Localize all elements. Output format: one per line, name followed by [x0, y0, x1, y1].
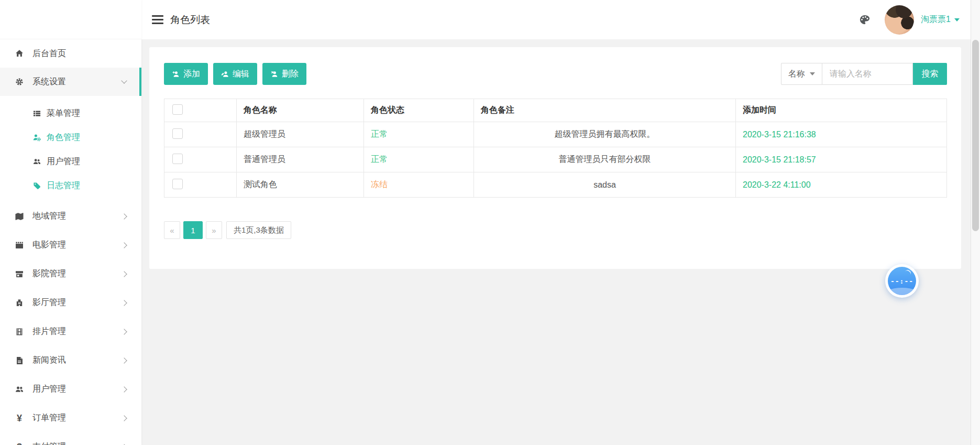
sidebar-item-label: 排片管理 — [32, 326, 66, 337]
user-pen-icon — [221, 70, 229, 78]
toolbar: 添加 编辑 删除 名称 搜索 — [164, 63, 947, 85]
search-button[interactable]: 搜索 — [913, 63, 947, 85]
user-avatar[interactable] — [885, 5, 914, 35]
sidebar-item-order-mgmt[interactable]: ¥ 订单管理 — [0, 404, 141, 432]
role-name-cell: 普通管理员 — [237, 147, 364, 172]
app-root: 后台首页 系统设置 菜单管理 角色管理 — [0, 0, 980, 445]
table-row: 超级管理员 正常 超级管理员拥有最高权限。 2020-3-15 21:16:38 — [164, 122, 947, 147]
sidebar-item-cinema-mgmt[interactable]: 影院管理 — [0, 259, 141, 288]
chevron-right-icon — [121, 386, 127, 392]
table-row: 普通管理员 正常 普通管理员只有部分权限 2020-3-15 21:18:57 — [164, 147, 947, 172]
sidebar-item-label: 用户管理 — [47, 156, 80, 167]
edit-button-label: 编辑 — [233, 69, 249, 80]
role-list-card: 添加 编辑 删除 名称 搜索 — [149, 47, 961, 269]
page-1-button[interactable]: 1 — [183, 221, 203, 239]
sidebar-item-hall-mgmt[interactable]: 影厅管理 — [0, 288, 141, 317]
caret-down-icon — [810, 72, 815, 75]
role-table: 角色名称 角色状态 角色备注 添加时间 超级管理员 正常 超级管理员拥有最高权限… — [164, 99, 947, 198]
page-scrollbar — [971, 0, 980, 445]
role-remark-cell: 普通管理员只有部分权限 — [474, 147, 736, 172]
dollar-icon: $ — [15, 442, 24, 445]
next-page-button[interactable]: » — [206, 221, 222, 239]
theme-palette-icon[interactable] — [858, 14, 871, 26]
sidebar-item-label: 菜单管理 — [47, 108, 80, 119]
sidebar-item-user-mgmt-sub[interactable]: 用户管理 — [0, 149, 141, 173]
add-button[interactable]: 添加 — [164, 63, 208, 85]
column-header-time: 添加时间 — [736, 99, 947, 122]
role-remark-cell: sadsa — [474, 172, 736, 198]
sidebar-item-label: 地域管理 — [32, 211, 66, 222]
row-checkbox[interactable] — [172, 128, 183, 139]
column-header-remark: 角色备注 — [474, 99, 736, 122]
list-icon — [32, 109, 41, 117]
menu-toggle-icon[interactable] — [152, 15, 163, 24]
building-icon — [15, 298, 24, 308]
role-time-cell: 2020-3-22 4:11:00 — [736, 172, 947, 198]
clapperboard-icon — [15, 241, 24, 250]
tag-icon — [32, 181, 41, 190]
username-label: 淘票票1 — [921, 14, 951, 25]
sidebar-item-label: 用户管理 — [32, 384, 66, 395]
user-gear-icon — [32, 133, 41, 142]
search-input[interactable] — [822, 63, 913, 85]
sidebar-item-label: 新闻资讯 — [32, 355, 66, 366]
sidebar-item-user-mgmt[interactable]: 用户管理 — [0, 375, 141, 404]
sidebar-item-label: 订单管理 — [32, 413, 66, 424]
table-row: 测试角色 冻结 sadsa 2020-3-22 4:11:00 — [164, 172, 947, 198]
sidebar-item-menu-mgmt[interactable]: 菜单管理 — [0, 101, 141, 125]
role-time-cell: 2020-3-15 21:18:57 — [736, 147, 947, 172]
prev-page-button[interactable]: « — [164, 221, 180, 239]
sidebar-item-dashboard[interactable]: 后台首页 — [0, 39, 141, 68]
role-status-cell: 正常 — [364, 122, 474, 147]
user-x-icon — [270, 70, 278, 78]
document-icon — [15, 356, 24, 365]
sidebar-item-movie-mgmt[interactable]: 电影管理 — [0, 231, 141, 259]
scrollbar-thumb[interactable] — [972, 40, 979, 231]
delete-button-label: 删除 — [282, 69, 299, 80]
page-title: 角色列表 — [170, 13, 210, 27]
sidebar-item-schedule-mgmt[interactable]: 排片管理 — [0, 317, 141, 346]
filmstrip-icon — [15, 327, 24, 337]
row-checkbox[interactable] — [172, 154, 183, 164]
sidebar-item-role-mgmt[interactable]: 角色管理 — [0, 125, 141, 149]
sidebar-item-label: 后台首页 — [32, 48, 66, 59]
filter-field-select[interactable]: 名称 — [781, 63, 822, 85]
main-content: 添加 编辑 删除 名称 搜索 — [141, 39, 971, 445]
column-header-name: 角色名称 — [237, 99, 364, 122]
add-button-label: 添加 — [183, 69, 200, 80]
role-status-cell: 冻结 — [364, 172, 474, 198]
sidebar-item-region-mgmt[interactable]: 地域管理 — [0, 202, 141, 231]
sidebar-item-news[interactable]: 新闻资讯 — [0, 346, 141, 375]
sidebar-logo-area — [0, 0, 141, 39]
floating-clock-widget[interactable]: --:-- — [885, 264, 919, 298]
role-name-cell: 测试角色 — [237, 172, 364, 198]
home-icon — [15, 49, 24, 58]
chevron-right-icon — [121, 329, 127, 334]
sidebar: 后台首页 系统设置 菜单管理 角色管理 — [0, 0, 141, 445]
users-icon — [15, 385, 24, 394]
sidebar-item-label: 系统设置 — [32, 77, 66, 88]
yen-icon: ¥ — [15, 414, 24, 423]
user-dropdown[interactable]: 淘票票1 — [921, 14, 960, 25]
header-right: 淘票票1 — [858, 5, 960, 35]
sidebar-item-log-mgmt[interactable]: 日志管理 — [0, 173, 141, 198]
filter-field-label: 名称 — [788, 69, 805, 80]
select-all-checkbox[interactable] — [172, 104, 183, 115]
delete-button[interactable]: 删除 — [262, 63, 306, 85]
role-remark-cell: 超级管理员拥有最高权限。 — [474, 122, 736, 147]
sidebar-item-payment-mgmt[interactable]: $ 支付管理 — [0, 432, 141, 445]
chevron-right-icon — [121, 271, 127, 277]
chevron-right-icon — [121, 300, 127, 306]
sidebar-item-label: 影厅管理 — [32, 297, 66, 308]
role-name-cell: 超级管理员 — [237, 122, 364, 147]
clock-arc-decoration — [904, 269, 912, 278]
clock-face: --:-- — [888, 267, 916, 295]
edit-button[interactable]: 编辑 — [213, 63, 257, 85]
search-group: 名称 搜索 — [781, 63, 947, 85]
top-header: 角色列表 淘票票1 — [141, 0, 971, 39]
sidebar-item-label: 日志管理 — [47, 180, 80, 191]
sidebar-item-system-settings[interactable]: 系统设置 — [0, 68, 141, 96]
sidebar-submenu-system: 菜单管理 角色管理 用户管理 日志管理 — [0, 96, 141, 202]
chevron-right-icon — [121, 357, 127, 363]
row-checkbox[interactable] — [172, 179, 183, 189]
